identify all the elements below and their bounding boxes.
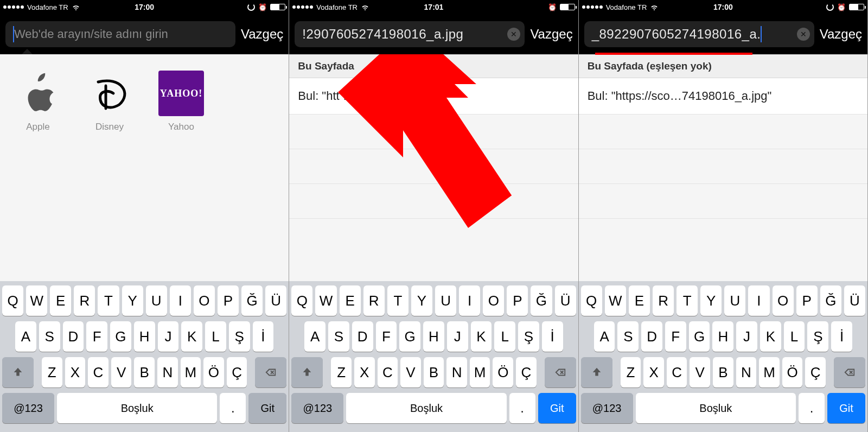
key-j[interactable]: J xyxy=(447,321,468,352)
key-ğ[interactable]: Ğ xyxy=(241,285,263,316)
key-backspace[interactable] xyxy=(255,357,286,387)
url-search-input[interactable]: Web'de arayın/site adını girin xyxy=(5,21,235,47)
clear-icon[interactable]: ✕ xyxy=(797,28,810,41)
key-shift[interactable] xyxy=(2,357,34,387)
find-result-row[interactable]: Bul: "https://sco…74198016_a.jpg" xyxy=(579,78,867,115)
key-n[interactable]: N xyxy=(736,357,757,387)
key-a[interactable]: A xyxy=(594,321,615,352)
key-ş[interactable]: Ş xyxy=(518,321,539,352)
key-h[interactable]: H xyxy=(423,321,444,352)
key-p[interactable]: P xyxy=(218,285,239,316)
favorite-disney[interactable]: Disney xyxy=(85,71,135,132)
key-i[interactable]: I xyxy=(170,285,191,316)
key-dot[interactable]: . xyxy=(509,393,535,423)
key-ü[interactable]: Ü xyxy=(555,285,576,316)
key-dot[interactable]: . xyxy=(220,393,246,423)
key-shift[interactable] xyxy=(291,357,323,387)
key-o[interactable]: O xyxy=(483,285,504,316)
key-e[interactable]: E xyxy=(340,285,361,316)
key-x[interactable]: X xyxy=(354,357,375,387)
key-c[interactable]: C xyxy=(378,357,398,387)
find-result-row[interactable]: Bul: "htt …74198016_a.jpg" xyxy=(289,78,578,115)
key-ş[interactable]: Ş xyxy=(229,321,250,352)
key-o[interactable]: O xyxy=(194,285,215,316)
key-f[interactable]: F xyxy=(376,321,397,352)
key-at123[interactable]: @123 xyxy=(581,393,633,423)
key-space[interactable]: Boşluk xyxy=(57,393,217,423)
key-t[interactable]: T xyxy=(676,285,698,316)
key-g[interactable]: G xyxy=(689,321,710,352)
key-go[interactable]: Git xyxy=(827,393,865,423)
key-k[interactable]: K xyxy=(181,321,202,352)
key-k[interactable]: K xyxy=(471,321,492,352)
key-j[interactable]: J xyxy=(158,321,179,352)
key-n[interactable]: N xyxy=(157,357,178,387)
key-v[interactable]: V xyxy=(111,357,132,387)
key-l[interactable]: L xyxy=(494,321,515,352)
key-y[interactable]: Y xyxy=(122,285,143,316)
key-f[interactable]: F xyxy=(86,321,107,352)
key-u[interactable]: U xyxy=(435,285,456,316)
key-ö[interactable]: Ö xyxy=(203,357,224,387)
key-g[interactable]: G xyxy=(399,321,420,352)
key-u[interactable]: U xyxy=(724,285,745,316)
key-l[interactable]: L xyxy=(784,321,805,352)
key-backspace[interactable] xyxy=(834,357,865,387)
key-l[interactable]: L xyxy=(205,321,226,352)
key-r[interactable]: R xyxy=(363,285,385,316)
key-shift[interactable] xyxy=(581,357,612,387)
key-e[interactable]: E xyxy=(629,285,650,316)
key-space[interactable]: Boşluk xyxy=(346,393,506,423)
key-ğ[interactable]: Ğ xyxy=(531,285,552,316)
key-q[interactable]: Q xyxy=(291,285,312,316)
key-h[interactable]: H xyxy=(712,321,733,352)
cancel-button[interactable]: Vazgeç xyxy=(241,27,283,42)
key-space[interactable]: Boşluk xyxy=(636,393,796,423)
key-t[interactable]: T xyxy=(387,285,409,316)
key-ş[interactable]: Ş xyxy=(807,321,828,352)
key-at123[interactable]: @123 xyxy=(291,393,343,423)
url-search-input[interactable]: _892290760527419801​6_a. ✕ xyxy=(584,21,814,47)
key-i[interactable]: I xyxy=(459,285,480,316)
key-i̇[interactable]: İ xyxy=(831,321,852,352)
key-f[interactable]: F xyxy=(665,321,686,352)
key-ç[interactable]: Ç xyxy=(805,357,826,387)
key-go[interactable]: Git xyxy=(538,393,576,423)
favorite-apple[interactable]: Apple xyxy=(13,71,63,132)
key-g[interactable]: G xyxy=(110,321,131,352)
key-h[interactable]: H xyxy=(134,321,155,352)
key-d[interactable]: D xyxy=(63,321,84,352)
key-i̇[interactable]: İ xyxy=(542,321,563,352)
key-s[interactable]: S xyxy=(328,321,349,352)
key-backspace[interactable] xyxy=(545,357,576,387)
key-v[interactable]: V xyxy=(400,357,421,387)
key-q[interactable]: Q xyxy=(2,285,23,316)
key-w[interactable]: W xyxy=(605,285,626,316)
key-r[interactable]: R xyxy=(74,285,95,316)
key-x[interactable]: X xyxy=(643,357,664,387)
cancel-button[interactable]: Vazgeç xyxy=(820,27,862,42)
key-c[interactable]: C xyxy=(667,357,687,387)
key-ö[interactable]: Ö xyxy=(782,357,803,387)
key-k[interactable]: K xyxy=(760,321,781,352)
url-search-input[interactable]: !2907605274198016_a.jpg ✕ xyxy=(295,21,525,47)
key-r[interactable]: R xyxy=(653,285,674,316)
key-u[interactable]: U xyxy=(146,285,167,316)
key-go[interactable]: Git xyxy=(248,393,286,423)
key-b[interactable]: B xyxy=(134,357,155,387)
key-p[interactable]: P xyxy=(507,285,528,316)
key-b[interactable]: B xyxy=(713,357,733,387)
key-z[interactable]: Z xyxy=(621,357,641,387)
key-e[interactable]: E xyxy=(50,285,71,316)
key-w[interactable]: W xyxy=(26,285,47,316)
key-p[interactable]: P xyxy=(796,285,818,316)
favorite-yahoo[interactable]: YAHOO! Yahoo xyxy=(156,71,206,132)
key-y[interactable]: Y xyxy=(700,285,722,316)
key-ö[interactable]: Ö xyxy=(493,357,513,387)
key-d[interactable]: D xyxy=(641,321,662,352)
key-a[interactable]: A xyxy=(304,321,326,352)
key-z[interactable]: Z xyxy=(42,357,62,387)
key-n[interactable]: N xyxy=(446,357,467,387)
key-m[interactable]: M xyxy=(181,357,201,387)
key-i[interactable]: I xyxy=(748,285,769,316)
